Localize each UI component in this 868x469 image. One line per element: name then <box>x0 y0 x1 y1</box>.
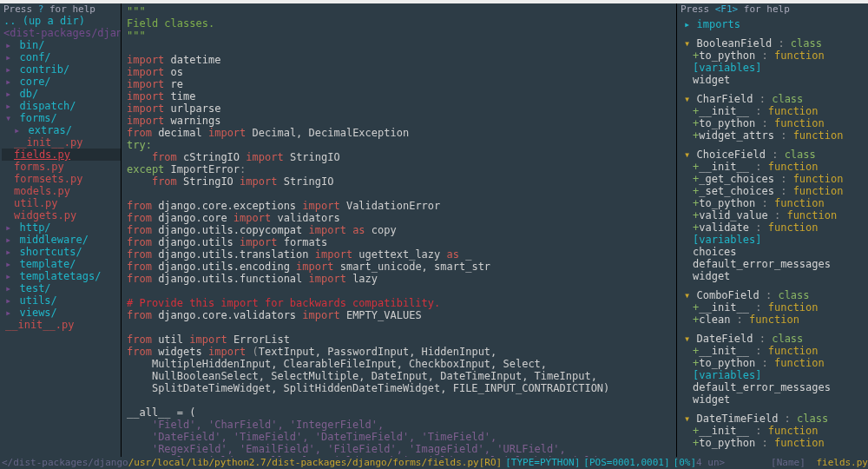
tree-up-dir[interactable]: .. (up a dir) <box>2 15 121 27</box>
status-scroll-pct: [0%] <box>674 457 697 469</box>
chevron-right-icon: ▸ <box>5 307 17 319</box>
outline-class[interactable]: ▾ ComboField : class <box>679 289 868 301</box>
chevron-right-icon: ▸ <box>5 63 17 76</box>
tree-file[interactable]: forms.py <box>2 161 121 173</box>
tree-dir[interactable]: ▸ extras/ <box>2 124 121 136</box>
code-line: from django.utils.functional import lazy <box>123 273 676 285</box>
tree-dir[interactable]: ▸ core/ <box>2 76 121 88</box>
code-line: SplitDateTimeWidget, SplitHiddenDateTime… <box>123 382 676 394</box>
chevron-right-icon: ▸ <box>5 39 17 51</box>
tree-file[interactable]: fields.py <box>2 149 121 161</box>
code-line <box>123 394 676 406</box>
outline-variables[interactable]: [variables] <box>679 234 868 246</box>
outline-function[interactable]: +to_python : function <box>679 117 868 129</box>
code-line: from django.core.validators import EMPTY… <box>123 309 676 321</box>
tree-dir[interactable]: ▸ dispatch/ <box>2 100 121 112</box>
status-cursor-pos: [POS=0001,0001] <box>583 457 669 469</box>
chevron-right-icon: ▸ <box>5 282 17 294</box>
tree-dir[interactable]: ▸ bin/ <box>2 39 121 51</box>
code-line: __all__ = ( <box>123 406 676 419</box>
outline-member[interactable]: choices <box>679 246 868 258</box>
outline-function[interactable]: +__init__ : function <box>679 345 868 357</box>
tree-dir[interactable]: ▸ utils/ <box>2 294 121 307</box>
tree-file[interactable]: widgets.py <box>2 209 121 221</box>
tree-dir[interactable]: ▸ test/ <box>2 282 121 294</box>
tree-dir[interactable]: ▸ templatetags/ <box>2 270 121 282</box>
status-extra: 4 un> <box>696 457 725 469</box>
outline-class[interactable]: ▾ ChoiceField : class <box>679 149 868 161</box>
outline-help-hint: Press <F1> for help <box>677 3 868 15</box>
outline-function[interactable]: +__init__ : function <box>679 105 868 117</box>
outline-function[interactable]: +_set_choices : function <box>679 185 868 197</box>
outline-function[interactable]: +clean : function <box>679 314 868 326</box>
outline-class[interactable]: ▾ BooleanField : class <box>679 37 868 50</box>
outline-function[interactable]: +to_python : function <box>679 437 868 449</box>
outline-class[interactable]: ▾ DateField : class <box>679 333 868 345</box>
outline-member[interactable]: widget <box>679 393 868 406</box>
tree-dir[interactable]: ▸ views/ <box>2 307 121 319</box>
outline-function[interactable]: +to_python : function <box>679 50 868 62</box>
outline-member[interactable]: default_error_messages <box>679 258 868 270</box>
code-line: import os <box>123 66 676 78</box>
outline-function[interactable]: +_get_choices : function <box>679 173 868 185</box>
outline-member[interactable]: default_error_messages <box>679 381 868 393</box>
code-line: from widgets import (TextInput, Password… <box>123 346 676 358</box>
tree-dir[interactable]: ▸ db/ <box>2 88 121 100</box>
chevron-down-icon: ▾ <box>684 289 696 301</box>
outline-class[interactable]: ▾ CharField : class <box>679 93 868 105</box>
code-line: import re <box>123 78 676 90</box>
code-line: from django.utils.translation import uge… <box>123 248 676 261</box>
tree-file[interactable]: util.py <box>2 197 121 209</box>
code-line: from django.utils import formats <box>123 236 676 248</box>
tree-file[interactable]: __init__.py <box>2 136 121 149</box>
code-line <box>123 188 676 200</box>
tree-help-hint: Press ? for help <box>0 3 121 15</box>
outline-variables[interactable]: [variables] <box>679 62 868 74</box>
tree-file[interactable]: models.py <box>2 185 121 197</box>
chevron-right-icon: ▸ <box>5 76 17 88</box>
status-name-label: [Name] <box>771 457 806 468</box>
chevron-right-icon: ▸ <box>5 88 17 100</box>
code-line: from django.utils.encoding import smart_… <box>123 261 676 273</box>
outline-function[interactable]: +validate : function <box>679 221 868 234</box>
outline-panel[interactable]: Press <F1> for help ▸ imports ▾ BooleanF… <box>677 3 868 457</box>
tree-dir[interactable]: ▸ conf/ <box>2 51 121 63</box>
code-line: from cStringIO import StringIO <box>123 151 676 163</box>
outline-function[interactable]: +to_python : function <box>679 197 868 209</box>
tree-root[interactable]: <dist-packages/django/ <box>2 27 121 39</box>
code-line: 'RegexField', 'EmailField', 'FileField',… <box>123 443 676 455</box>
outline-variables[interactable]: [variables] <box>679 369 868 381</box>
chevron-right-icon: ▸ <box>5 221 17 234</box>
tree-dir[interactable]: ▾ forms/ <box>2 112 121 124</box>
code-panel[interactable]: """Field classes.""" import datetimeimpo… <box>122 3 677 457</box>
outline-function[interactable]: +widget_attrs : function <box>679 129 868 142</box>
outline-class[interactable]: ▾ DateTimeField : class <box>679 413 868 425</box>
chevron-right-icon: ▸ <box>5 100 17 112</box>
outline-member[interactable]: widget <box>679 74 868 86</box>
outline-function[interactable]: +__init__ : function <box>679 161 868 173</box>
outline-member[interactable]: widget <box>679 270 868 282</box>
chevron-right-icon: ▸ <box>14 124 26 136</box>
outline-imports[interactable]: ▸ imports <box>679 18 868 30</box>
tree-file[interactable]: __init__.py <box>2 319 121 331</box>
outline-function[interactable]: +to_python : function <box>679 357 868 369</box>
code-line: except ImportError: <box>123 163 676 175</box>
tree-file[interactable]: formsets.py <box>2 173 121 185</box>
tree-dir[interactable]: ▸ contrib/ <box>2 63 121 76</box>
outline-function[interactable]: +__init__ : function <box>679 425 868 437</box>
tree-dir[interactable]: ▸ template/ <box>2 258 121 270</box>
file-tree-panel[interactable]: Press ? for help .. (up a dir) <dist-pac… <box>0 3 122 457</box>
code-line: from util import ErrorList <box>123 334 676 346</box>
chevron-right-icon: ▸ <box>684 18 696 30</box>
outline-function[interactable]: +__init__ : function <box>679 301 868 314</box>
chevron-down-icon: ▾ <box>684 37 696 50</box>
code-line: 'DateField', 'TimeField', 'DateTimeField… <box>123 431 676 443</box>
tree-dir[interactable]: ▸ http/ <box>2 221 121 234</box>
chevron-right-icon: ▸ <box>5 294 17 307</box>
tree-dir[interactable]: ▸ shortcuts/ <box>2 246 121 258</box>
code-line: import urlparse <box>123 102 676 115</box>
outline-function[interactable]: +valid_value : function <box>679 209 868 221</box>
tree-dir[interactable]: ▸ middleware/ <box>2 234 121 246</box>
status-cwd: </dist-packages/django <box>0 457 128 469</box>
chevron-right-icon: ▸ <box>5 51 17 63</box>
